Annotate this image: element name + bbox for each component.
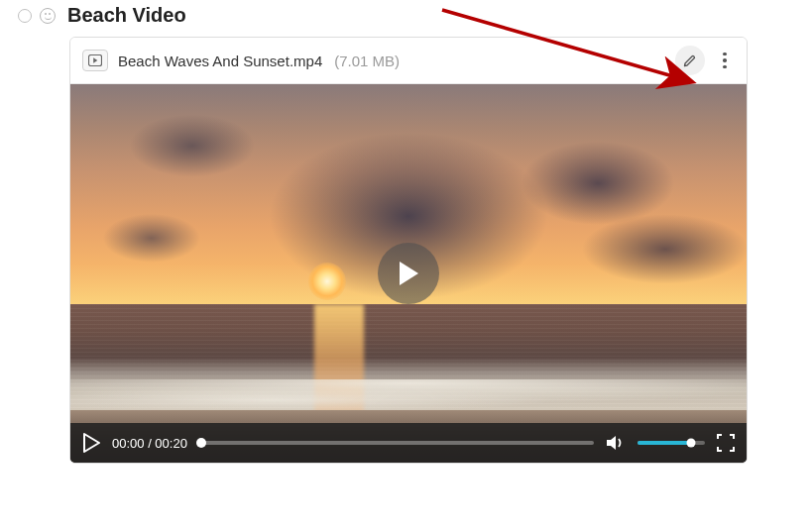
play-icon xyxy=(397,260,420,287)
page-title: Beach Video xyxy=(67,4,186,27)
fullscreen-icon xyxy=(717,434,735,452)
fullscreen-button[interactable] xyxy=(717,434,735,452)
video-controls: 00:00 / 00:20 xyxy=(70,423,747,463)
progress-slider[interactable] xyxy=(199,441,594,445)
play-overlay-button[interactable] xyxy=(378,243,439,304)
play-button[interactable] xyxy=(82,433,100,453)
smiley-icon xyxy=(40,8,56,24)
speaker-icon xyxy=(606,434,626,452)
play-icon xyxy=(82,433,100,453)
attachment-filename: Beach Waves And Sunset.mp4 xyxy=(118,53,322,69)
volume-button[interactable] xyxy=(606,434,626,452)
attachment-panel: Beach Waves And Sunset.mp4 (7.01 MB) 00:… xyxy=(69,37,748,464)
volume-knob[interactable] xyxy=(687,439,696,448)
dots-icon xyxy=(723,53,727,56)
attachment-filesize: (7.01 MB) xyxy=(334,53,400,69)
time-display: 00:00 / 00:20 xyxy=(112,436,187,451)
video-file-icon xyxy=(82,50,108,71)
bullet-circle-icon xyxy=(18,9,32,23)
edit-button[interactable] xyxy=(675,46,705,75)
attachment-header: Beach Waves And Sunset.mp4 (7.01 MB) xyxy=(70,38,747,84)
video-preview: 00:00 / 00:20 xyxy=(70,84,747,463)
volume-slider[interactable] xyxy=(638,441,705,445)
pencil-icon xyxy=(683,53,697,67)
more-options-button[interactable] xyxy=(715,46,735,75)
progress-knob[interactable] xyxy=(196,438,206,448)
